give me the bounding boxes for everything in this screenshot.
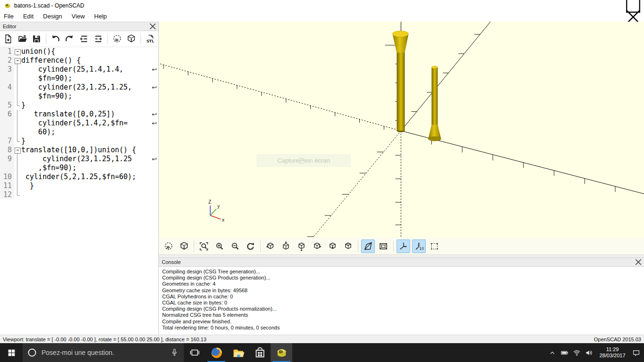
code-row[interactable]: 60); — [0, 128, 158, 137]
zoom-out-icon — [230, 241, 240, 251]
code-row[interactable]: 10 cylinder(5,2,1.25,$fn=60); — [0, 173, 158, 181]
baton-left — [393, 31, 409, 132]
volume-icon — [585, 349, 593, 357]
undo-button[interactable] — [49, 33, 62, 46]
reset-view-button[interactable] — [244, 239, 257, 253]
windows-store-app[interactable] — [249, 343, 271, 362]
editor-close-button[interactable] — [149, 23, 157, 30]
zoom-all-button[interactable] — [197, 239, 211, 253]
menu-bar: FileEditDesignViewHelp — [0, 11, 644, 22]
open-button[interactable] — [16, 33, 29, 46]
fold-marker[interactable] — [14, 146, 20, 155]
menu-item-help[interactable]: Help — [90, 11, 112, 22]
unindent-icon — [79, 34, 89, 44]
unindent-button[interactable] — [78, 33, 91, 46]
perspective-button[interactable] — [361, 239, 375, 253]
show-crosshairs-button[interactable] — [428, 239, 441, 253]
axis-z-label: Z — [208, 199, 211, 205]
menu-item-view[interactable]: View — [67, 11, 90, 22]
view-left-button[interactable] — [310, 239, 324, 253]
code-row[interactable]: 3 cylinder(25,1.4,1.4, ↩ — [0, 65, 158, 74]
code-row[interactable]: 4 cylinder(23,1.25,1.25, ↩ — [0, 83, 158, 92]
code-text: cylinder(5,2,1.25,$fn=60); — [20, 173, 136, 181]
wifi-status-icon[interactable] — [570, 343, 583, 362]
redo-button[interactable] — [63, 33, 76, 46]
status-bar: Viewport: translate = [ -0.00 -0.00 -0.0… — [0, 335, 644, 343]
code-row[interactable]: 1 union(){ — [0, 47, 158, 56]
fold-marker — [14, 74, 20, 83]
view-front-icon — [328, 241, 338, 251]
code-row[interactable]: $fn=90); — [0, 92, 158, 101]
console-output[interactable]: Compiling design (CSG Tree generation)..… — [159, 267, 644, 335]
battery-status-icon[interactable] — [558, 343, 570, 362]
save-icon — [32, 34, 41, 44]
task-view-button[interactable] — [184, 343, 206, 362]
clock[interactable]: 11:29 28/03/2017 — [596, 343, 629, 362]
view-front-button[interactable] — [326, 239, 339, 253]
code-text: } — [20, 101, 25, 110]
action-center-button[interactable] — [630, 343, 642, 362]
menu-item-file[interactable]: File — [4, 11, 18, 22]
perspective-icon — [363, 241, 373, 251]
menu-item-edit[interactable]: Edit — [18, 11, 38, 22]
line-number — [0, 128, 14, 137]
view-top-icon — [281, 241, 291, 251]
fold-marker — [14, 92, 20, 101]
start-button[interactable] — [0, 343, 23, 362]
close-icon — [635, 258, 642, 266]
code-row[interactable]: 9 cylinder(23,1.25,1.25 ↩ — [0, 155, 158, 164]
tray-icons — [546, 343, 595, 362]
console-close-button[interactable] — [635, 258, 642, 266]
fold-marker[interactable] — [14, 47, 20, 56]
code-row[interactable]: 5 } — [0, 101, 158, 110]
preview-button[interactable]: » — [111, 33, 124, 46]
code-row[interactable]: $fn=90); — [0, 74, 158, 83]
tray-expand-button[interactable] — [546, 343, 558, 362]
code-row[interactable]: cylinder(5,1.4,2,$fn= ↩ — [0, 119, 158, 128]
stl-export-button[interactable]: STL — [144, 33, 157, 46]
indent-button[interactable] — [92, 33, 105, 46]
editor-toolbar: »STL — [0, 31, 158, 47]
preview-button[interactable]: » — [162, 239, 175, 253]
code-row[interactable]: 8 translate([10,0,])union() { — [0, 146, 158, 155]
zoom-in-button[interactable] — [213, 239, 226, 253]
show-scale-button[interactable]: 10 — [412, 239, 426, 253]
save-button[interactable] — [30, 33, 43, 46]
console-panel-title: Console — [162, 259, 635, 265]
openscad-app[interactable] — [271, 343, 292, 362]
close-button[interactable] — [622, 11, 644, 23]
line-number: 9 — [0, 155, 14, 164]
orthographic-button[interactable] — [377, 239, 390, 253]
show-scale-icon: 10 — [414, 241, 424, 251]
show-axes-button[interactable] — [396, 239, 410, 253]
view-top-button[interactable] — [279, 239, 293, 253]
screen-capture-ghost-button[interactable]: Capture Plein écran — [256, 154, 351, 167]
render-button[interactable] — [177, 239, 191, 253]
menu-item-design[interactable]: Design — [38, 11, 66, 22]
firefox-app[interactable] — [206, 343, 227, 362]
code-row[interactable]: 11 } — [0, 181, 158, 190]
code-row[interactable]: 2 difference() { — [0, 56, 158, 65]
console-line: CGAL cache size in bytes: 0 — [162, 300, 641, 306]
volume-status-icon[interactable] — [583, 343, 595, 362]
file-explorer-app[interactable] — [227, 343, 249, 362]
render-button[interactable] — [125, 33, 138, 46]
code-row[interactable]: ,$fn=90); — [0, 164, 158, 173]
code-row[interactable]: 7 } — [0, 137, 158, 146]
view-back-button[interactable] — [341, 239, 355, 253]
zoom-out-button[interactable] — [228, 239, 242, 253]
fold-marker[interactable] — [14, 56, 20, 65]
taskbar-apps — [184, 343, 292, 362]
code-row[interactable]: 6 translate([0,0,25]) ↩ — [0, 110, 158, 119]
cortana-search-box[interactable]: Posez-moi une question. — [23, 343, 184, 362]
console-line: Geometries in cache: 4 — [162, 281, 641, 287]
view-right-button[interactable] — [264, 239, 277, 253]
code-text: cylinder(5,1.4,2,$fn= — [20, 119, 128, 128]
view-bottom-button[interactable] — [295, 239, 308, 253]
code-editor[interactable]: 1 union(){ 2 difference() { 3 cylinder(2… — [0, 47, 158, 335]
code-text: translate([10,0,])union() { — [20, 146, 136, 155]
3d-viewport[interactable]: Capture Plein écran Z y x — [159, 22, 644, 238]
code-row[interactable]: 12 — [0, 190, 158, 199]
fold-marker — [14, 110, 20, 119]
new-file-button[interactable] — [2, 33, 15, 46]
